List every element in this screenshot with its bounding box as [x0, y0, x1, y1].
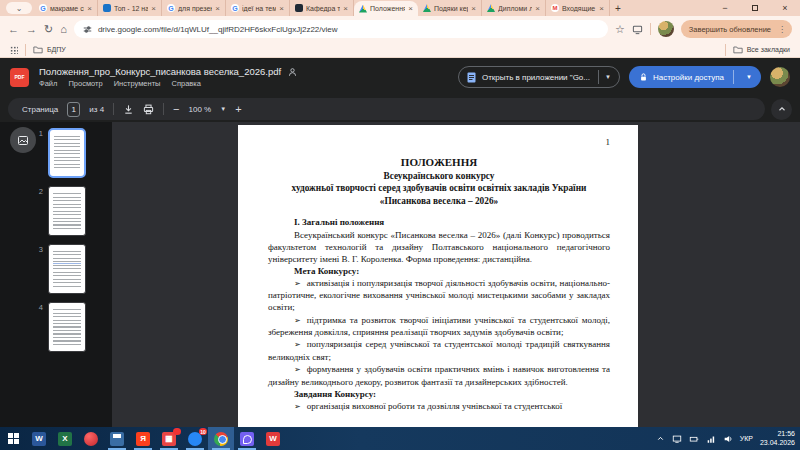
window-controls: − ×: [710, 0, 800, 16]
browser-tab[interactable]: Кафедра теор ×: [290, 0, 354, 16]
tab-close-icon[interactable]: ×: [215, 4, 220, 13]
taskbar-save-app-icon[interactable]: [104, 427, 130, 450]
gmail-favicon-icon: M: [551, 4, 559, 12]
tab-close-icon[interactable]: ×: [408, 4, 413, 13]
browser-tab[interactable]: Подяки керів ×: [418, 0, 482, 16]
tab-label: Кафедра теор: [306, 5, 340, 12]
reload-icon[interactable]: ↻: [44, 24, 53, 35]
page-number-input[interactable]: 1: [67, 102, 80, 117]
zoom-level[interactable]: 100 %: [189, 105, 212, 114]
tab-close-icon[interactable]: ×: [279, 4, 284, 13]
thumbnail-toggle-button[interactable]: [10, 127, 36, 153]
apps-grid-icon[interactable]: [10, 46, 18, 54]
battery-icon[interactable]: [689, 434, 699, 444]
menu-tools[interactable]: Инструменты: [114, 79, 161, 88]
browser-tab[interactable]: G для презента ×: [162, 0, 226, 16]
forward-icon[interactable]: →: [26, 24, 37, 35]
bookmark-star-icon[interactable]: ☆: [615, 24, 625, 35]
menu-help[interactable]: Справка: [171, 79, 200, 88]
open-with-caret-icon[interactable]: ▼: [605, 74, 611, 80]
page-thumbnail-row: 3: [34, 244, 86, 294]
tab-close-icon[interactable]: ×: [471, 4, 476, 13]
menu-file[interactable]: Файл: [39, 79, 57, 88]
new-tab-button[interactable]: +: [610, 0, 626, 16]
doc-title-line: ПОЛОЖЕННЯ: [268, 155, 610, 170]
all-bookmarks-button[interactable]: Все закладки: [733, 45, 790, 54]
filmstrip-icon: [17, 135, 29, 146]
bookmark-folder-bdpu[interactable]: БДПУ: [33, 45, 66, 54]
taskbar-excel-icon[interactable]: X: [52, 427, 78, 450]
collapse-toolbar-button[interactable]: [771, 99, 792, 120]
menu-view[interactable]: Просмотр: [68, 79, 102, 88]
viewer-main: 1 2 3 4 1 ПОЛОЖЕННЯ Всеукра: [0, 122, 800, 427]
maximize-button[interactable]: [740, 0, 770, 16]
minimize-button[interactable]: −: [710, 0, 740, 16]
url-bar[interactable]: drive.google.com/file/d/1qWLUf__qjifRD2H…: [74, 20, 608, 38]
browser-tab[interactable]: G ідеї на тему к ×: [226, 0, 290, 16]
browser-tab[interactable]: Топ - 12 найк ×: [98, 0, 162, 16]
site-favicon-icon: [103, 4, 111, 12]
tab-search-button[interactable]: ⌄: [6, 2, 32, 14]
speaker-icon[interactable]: [723, 434, 733, 444]
network-signal-icon[interactable]: [706, 434, 716, 444]
bullet-arrow-icon: ➢: [294, 279, 307, 288]
browser-profile-avatar[interactable]: [658, 21, 674, 37]
shared-people-icon: [287, 67, 298, 77]
tab-close-icon[interactable]: ×: [151, 4, 156, 13]
site-settings-icon[interactable]: [83, 25, 92, 34]
share-caret-icon[interactable]: ▼: [739, 74, 759, 80]
close-window-button[interactable]: ×: [770, 0, 800, 16]
taskbar-w-app-icon[interactable]: W: [260, 427, 286, 450]
taskbar-word-icon[interactable]: W: [26, 427, 52, 450]
page-total-label: из 4: [89, 105, 104, 114]
taskbar-clock[interactable]: 21:56 23.04.2026: [760, 430, 795, 448]
taskbar-viber-icon[interactable]: [234, 427, 260, 450]
taskbar-yandex-icon[interactable]: Я: [130, 427, 156, 450]
send-to-device-icon[interactable]: [632, 24, 643, 35]
system-tray: УКР 21:56 23.04.2026: [656, 430, 800, 448]
home-icon[interactable]: ⌂: [60, 24, 67, 35]
tab-close-icon[interactable]: ×: [343, 4, 348, 13]
start-button[interactable]: [0, 427, 26, 450]
tab-close-icon[interactable]: ×: [87, 4, 92, 13]
tab-close-icon[interactable]: ×: [535, 4, 540, 13]
language-indicator[interactable]: УКР: [740, 435, 753, 442]
doc-bullet-item: ➢формування у здобувачів освіти практичн…: [268, 363, 610, 388]
doc-bullet-item: ➢активізація і популяризація творчої дія…: [268, 277, 610, 314]
page-thumbnail[interactable]: [48, 186, 86, 236]
all-bookmarks-label: Все закладки: [747, 46, 790, 53]
clock-time: 21:56: [760, 430, 795, 439]
share-settings-button[interactable]: Настройки доступа ▼: [629, 66, 761, 88]
browser-tab-active[interactable]: Положення_п ×: [354, 1, 418, 16]
account-avatar[interactable]: [770, 67, 790, 87]
zoom-in-icon[interactable]: +: [235, 103, 241, 115]
page-thumbnail[interactable]: [48, 244, 86, 294]
doc-bullet-item: ➢популяризація серед учнівської та студе…: [268, 338, 610, 363]
site-favicon-icon: [295, 4, 303, 12]
back-icon[interactable]: ←: [8, 24, 19, 35]
finish-update-button[interactable]: Завершить обновление ⋮: [681, 20, 792, 38]
print-icon[interactable]: [143, 104, 154, 115]
taskbar-mail-app-icon[interactable]: 10: [182, 427, 208, 450]
folder-icon: [33, 45, 43, 54]
page-thumbnail[interactable]: [48, 302, 86, 352]
page-thumbnail-selected[interactable]: [48, 128, 86, 178]
bullet-arrow-icon: ➢: [294, 340, 307, 349]
tab-close-icon[interactable]: ×: [599, 4, 604, 13]
tab-label: макраме сов: [50, 5, 84, 12]
zoom-out-icon[interactable]: −: [173, 103, 179, 115]
taskbar-social-app-icon[interactable]: ▦: [156, 427, 182, 450]
browser-tab[interactable]: Дипломи лау ×: [482, 0, 546, 16]
tab-label: Входящие (68: [562, 5, 596, 12]
taskbar-red-app-icon[interactable]: [78, 427, 104, 450]
taskbar-chrome-icon[interactable]: [208, 427, 234, 450]
zoom-caret-icon[interactable]: ▼: [220, 106, 226, 112]
tab-label: Топ - 12 найк: [114, 5, 148, 12]
browser-menu-icon[interactable]: ⋮: [776, 25, 788, 34]
browser-tab[interactable]: M Входящие (68 ×: [546, 0, 610, 16]
download-icon[interactable]: [123, 104, 134, 115]
open-with-app-button[interactable]: Открыть в приложении "Go... ▼: [458, 66, 620, 88]
tray-chevron-up-icon[interactable]: [656, 434, 665, 443]
browser-tab[interactable]: G макраме сов ×: [34, 0, 98, 16]
display-icon[interactable]: [672, 434, 682, 444]
